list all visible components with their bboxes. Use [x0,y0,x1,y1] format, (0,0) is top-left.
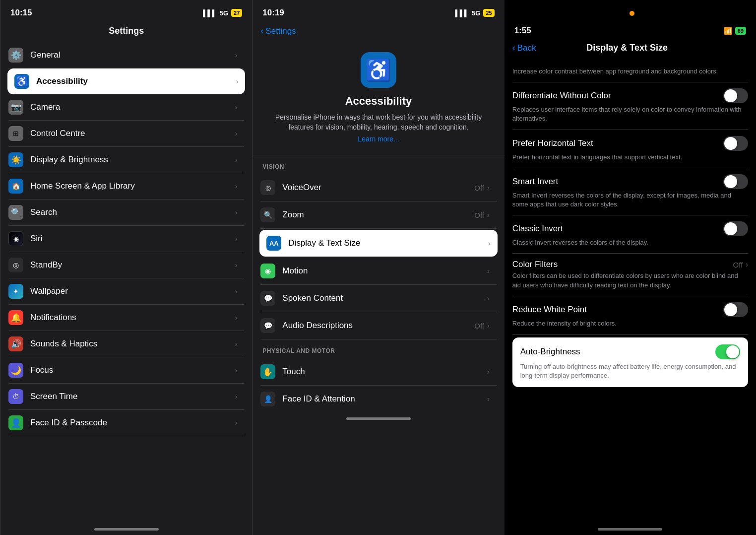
color-filters-value-row[interactable]: Off › [733,261,748,269]
smart-invert-row: Smart Invert [512,174,748,189]
zoom-value: Off [474,211,484,219]
audio-descriptions-icon: 💬 [260,318,275,333]
status-icons-2: ▌▌▌ 5G 25 [455,9,494,17]
screen-time-chevron: › [235,393,238,401]
settings-item-control-centre[interactable]: ⊞ Control Centre › [8,121,244,147]
prefer-horizontal-thumb [724,137,737,150]
color-filters-value: Off [733,261,743,269]
touch-icon: ✋ [260,364,275,379]
prefer-horizontal-toggle[interactable] [723,136,748,151]
accessibility-header: ♿ Accessibility Personalise iPhone in wa… [252,42,504,155]
back-label-2: Settings [265,26,296,36]
auto-brightness-desc: Turning off auto-brightness may affect b… [520,362,740,380]
accessibility-learn-more[interactable]: Learn more... [358,135,399,143]
color-filters-title: Color Filters [512,260,558,269]
settings-item-home-screen[interactable]: 🏠 Home Screen & App Library › [8,173,244,200]
classic-invert-toggle[interactable] [723,221,748,236]
settings-item-display-brightness[interactable]: ☀️ Display & Brightness › [8,147,244,173]
network-badge-1: 5G [220,9,228,17]
settings-item-general[interactable]: ⚙️ General › [8,42,244,68]
camera-chevron: › [235,103,238,111]
prefer-horizontal-row: Prefer Horizontal Text [512,136,748,151]
signal-icon-1: ▌▌▌ [203,9,217,17]
settings-item-screen-time[interactable]: ⏱ Screen Time › [8,384,244,410]
screen-time-label: Screen Time [30,392,235,401]
increase-contrast-desc: Increase color contrast between app fore… [512,67,748,76]
general-label: General [30,50,235,60]
notifications-label: Notifications [30,313,235,323]
focus-chevron: › [235,366,238,374]
sounds-haptics-chevron: › [235,340,238,348]
acc-item-zoom[interactable]: 🔍 Zoom Off › [260,201,496,229]
differentiate-toggle-thumb [724,89,737,102]
settings-item-face-id[interactable]: 👤 Face ID & Passcode › [8,410,244,436]
back-label-3: Back [517,43,536,53]
voiceover-icon: ◎ [260,180,275,195]
settings-item-siri[interactable]: ◉ Siri › [8,226,244,252]
settings-item-camera[interactable]: 📷 Camera › [8,94,244,121]
acc-item-spoken-content[interactable]: 💬 Spoken Content › [260,285,496,312]
network-badge-2: 5G [472,9,480,17]
differentiate-desc: Replaces user interface items that rely … [512,105,748,123]
settings-list: ⚙️ General › ♿ Accessibility › 📷 Camera … [0,42,252,523]
home-screen-label: Home Screen & App Library [30,181,235,191]
reduce-white-point-toggle[interactable] [723,302,748,317]
status-time-3: 1:55 [514,26,531,36]
acc-item-motion[interactable]: ◉ Motion › [260,258,496,285]
focus-label: Focus [30,365,235,375]
acc-item-audio-descriptions[interactable]: 💬 Audio Descriptions Off › [260,312,496,339]
acc-item-touch[interactable]: ✋ Touch › [260,358,496,386]
audio-descriptions-chevron: › [487,322,490,330]
face-id-attention-icon: 👤 [260,392,275,406]
display-text-size-chevron: › [488,239,491,247]
display-item-classic-invert: Classic Invert Classic Invert reverses t… [512,215,748,254]
auto-brightness-row: Auto-Brightness [520,344,740,359]
dynamic-island-dot [630,11,634,16]
settings-item-standby[interactable]: ◎ StandBy › [8,252,244,278]
settings-item-focus[interactable]: 🌙 Focus › [8,357,244,384]
settings-item-search[interactable]: 🔍 Search › [8,200,244,226]
battery-badge-3: 69 [735,27,746,35]
differentiate-toggle[interactable] [723,88,748,103]
touch-label: Touch [282,367,487,377]
acc-item-display-text-size[interactable]: AA Display & Text Size › [259,230,497,257]
notifications-chevron: › [235,314,238,322]
settings-item-notifications[interactable]: 🔔 Notifications › [8,305,244,331]
back-button-2[interactable]: ‹ Settings [260,26,296,36]
display-item-prefer-horizontal: Prefer Horizontal Text Prefer horizontal… [512,130,748,168]
smart-invert-desc: Smart Invert reverses the colors of the … [512,191,748,209]
sounds-haptics-label: Sounds & Haptics [30,339,235,349]
wallpaper-chevron: › [235,287,238,295]
control-centre-label: Control Centre [30,129,235,138]
display-text-size-panel: 1:55 📶 69 ‹ Back Display & Text Size Inc… [504,0,756,535]
prefer-horizontal-title: Prefer Horizontal Text [512,138,593,148]
display-text-size-label: Display & Text Size [288,238,488,248]
physical-section-header: PHYSICAL AND MOTOR [252,339,504,358]
acc-item-voiceover[interactable]: ◎ VoiceOver Off › [260,174,496,201]
camera-icon: 📷 [8,100,23,115]
settings-item-wallpaper[interactable]: ✦ Wallpaper › [8,278,244,305]
smart-invert-title: Smart Invert [512,177,559,187]
auto-brightness-toggle[interactable] [715,344,740,359]
notifications-icon: 🔔 [8,310,23,325]
accessibility-panel: 10:19 ▌▌▌ 5G 25 ‹ Settings ♿ Accessibili… [252,0,504,535]
back-chevron-2: ‹ [260,26,263,36]
settings-item-accessibility[interactable]: ♿ Accessibility › [7,68,245,94]
battery-badge-2: 25 [483,9,494,17]
status-time-2: 10:19 [262,8,284,18]
back-button-3[interactable]: ‹ Back [512,43,536,53]
spoken-content-chevron: › [487,294,490,302]
reduce-white-point-row: Reduce White Point [512,302,748,317]
acc-item-face-id-attention[interactable]: 👤 Face ID & Attention › [260,386,496,412]
face-id-label: Face ID & Passcode [30,418,235,428]
auto-brightness-title: Auto-Brightness [520,347,580,357]
control-centre-chevron: › [235,130,238,137]
screen-time-icon: ⏱ [8,389,23,404]
prefer-horizontal-desc: Prefer horizontal text in languages that… [512,153,748,162]
control-centre-icon: ⊞ [8,126,23,141]
reduce-white-point-title: Reduce White Point [512,305,587,315]
wallpaper-label: Wallpaper [30,286,235,296]
status-bar-2: 10:19 ▌▌▌ 5G 25 [252,0,504,22]
smart-invert-toggle[interactable] [723,174,748,189]
settings-item-sounds-haptics[interactable]: 🔊 Sounds & Haptics › [8,331,244,357]
